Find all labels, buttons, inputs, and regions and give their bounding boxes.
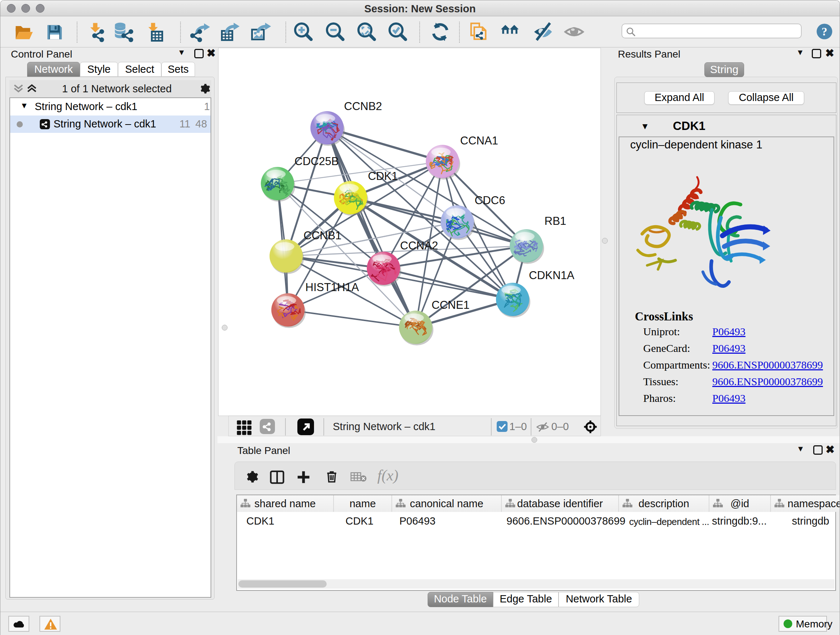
- svg-text:CCNA1: CCNA1: [460, 134, 498, 147]
- svg-text:CDK1: CDK1: [368, 170, 398, 182]
- svg-text:RB1: RB1: [545, 215, 566, 227]
- svg-text:CDKN1A: CDKN1A: [529, 269, 575, 282]
- svg-text:CCNB1: CCNB1: [303, 229, 341, 242]
- svg-text:CCNB2: CCNB2: [344, 100, 382, 112]
- svg-text:HIST1H1A: HIST1H1A: [305, 281, 359, 294]
- svg-text:CDC6: CDC6: [475, 194, 505, 207]
- svg-text:CCNA2: CCNA2: [400, 239, 438, 252]
- svg-text:CCNE1: CCNE1: [431, 299, 470, 311]
- svg-text:CDC25B: CDC25B: [294, 155, 339, 168]
- svg-text:?: ?: [821, 25, 827, 38]
